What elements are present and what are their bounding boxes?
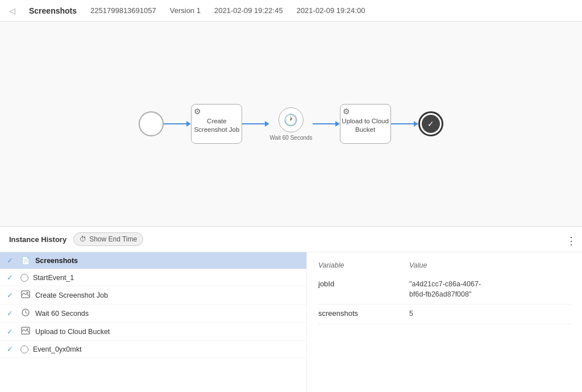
- workflow-end-time: 2021-02-09 19:24:00: [297, 6, 365, 15]
- panel-header: Instance History ⏱ Show End Time ⋮: [0, 227, 582, 252]
- variable-row: jobId"a4d21cc7-c86a-4067- bf6d-fb26ad87f…: [318, 275, 571, 305]
- panel-title: Instance History: [9, 235, 66, 244]
- timer-clock-icon: 🕐: [284, 113, 298, 127]
- instance-list-item[interactable]: ✓Event_0yx0mkt: [0, 341, 306, 358]
- instance-list-item[interactable]: ✓Upload to Cloud Bucket: [0, 323, 306, 341]
- variables-panel: Variable Value jobId"a4d21cc7-c86a-4067-…: [307, 252, 582, 392]
- variable-name: screenshots: [318, 309, 409, 319]
- row-label-text: StartEvent_1: [33, 274, 74, 282]
- row-check-icon: ✓: [7, 309, 16, 318]
- row-type-icon: [20, 327, 31, 336]
- variable-value: "a4d21cc7-c86a-4067- bf6d-fb26ad87f008": [409, 280, 571, 299]
- wait-timer-label: Wait 60 Seconds: [269, 135, 312, 141]
- show-end-time-label: Show End Time: [89, 235, 137, 243]
- row-type-icon: [20, 274, 28, 282]
- show-end-time-button[interactable]: ⏱ Show End Time: [73, 232, 143, 246]
- task-gear-icon: ⚙: [194, 107, 201, 116]
- clock-icon: ⏱: [80, 235, 86, 243]
- row-type-icon: [20, 308, 31, 318]
- panel-content: ✓📄Screenshots✓StartEvent_1✓Create Screen…: [0, 252, 582, 392]
- value-col-header: Value: [409, 261, 571, 269]
- svg-point-4: [27, 328, 28, 330]
- arrow-4: [391, 121, 418, 127]
- start-event-node: [139, 111, 164, 136]
- header: ◁ Screenshots 2251799813691057 Version 1…: [0, 0, 582, 22]
- row-check-icon: ✓: [7, 345, 16, 353]
- arrow-2: [242, 121, 269, 127]
- row-check-icon: ✓: [7, 273, 16, 282]
- row-label-text: Screenshots: [35, 257, 78, 265]
- variable-value: 5: [409, 309, 571, 319]
- end-event-node: ✓: [418, 111, 443, 136]
- svg-point-1: [27, 292, 28, 294]
- back-icon[interactable]: ◁: [9, 6, 15, 15]
- instance-list-item[interactable]: ✓Create Screenshot Job: [0, 286, 306, 305]
- arrow-3: [313, 121, 340, 127]
- workflow-id: 2251799813691057: [90, 6, 156, 15]
- row-check-icon: ✓: [7, 291, 16, 299]
- row-label-text: Create Screenshot Job: [35, 291, 108, 299]
- create-screenshot-label: CreateScreenshot Job: [194, 117, 239, 134]
- create-screenshot-node[interactable]: ⚙ CreateScreenshot Job: [191, 104, 242, 144]
- upload-gear-icon: ⚙: [343, 107, 350, 116]
- variable-name: jobId: [318, 280, 409, 299]
- workflow-start-time: 2021-02-09 19:22:45: [214, 6, 283, 15]
- variable-col-header: Variable: [318, 261, 409, 269]
- row-type-icon: [20, 345, 28, 353]
- workflow-version: Version 1: [170, 6, 201, 15]
- instance-list-item[interactable]: ✓StartEvent_1: [0, 269, 306, 286]
- row-check-icon: ✓: [7, 256, 16, 265]
- var-table-header: Variable Value: [318, 261, 571, 269]
- instance-list: ✓📄Screenshots✓StartEvent_1✓Create Screen…: [0, 252, 307, 392]
- diagram-canvas: ⚙ CreateScreenshot Job 🕐 Wait 60 Seconds…: [0, 22, 582, 226]
- end-check-icon: ✓: [427, 119, 434, 128]
- variable-row: screenshots5: [318, 305, 571, 324]
- row-type-icon: 📄: [20, 256, 31, 265]
- more-options-button[interactable]: ⋮: [560, 231, 582, 251]
- instance-list-item[interactable]: ✓Wait 60 Seconds: [0, 305, 306, 323]
- instance-list-item[interactable]: ✓📄Screenshots: [0, 252, 306, 269]
- workflow-title: Screenshots: [29, 6, 77, 15]
- row-label-text: Wait 60 Seconds: [35, 310, 89, 318]
- upload-node-label: Upload to CloudBucket: [342, 117, 388, 134]
- bottom-panel: Instance History ⏱ Show End Time ⋮ ✓📄Scr…: [0, 226, 582, 392]
- wait-node-container: 🕐 Wait 60 Seconds: [269, 107, 312, 141]
- row-type-icon: [20, 290, 31, 300]
- arrow-1: [164, 121, 191, 127]
- upload-node[interactable]: ⚙ Upload to CloudBucket: [340, 104, 391, 144]
- flow-container: ⚙ CreateScreenshot Job 🕐 Wait 60 Seconds…: [139, 104, 443, 144]
- wait-timer-node[interactable]: 🕐: [278, 107, 304, 132]
- row-check-icon: ✓: [7, 327, 16, 336]
- row-label-text: Upload to Cloud Bucket: [35, 328, 110, 336]
- variable-rows: jobId"a4d21cc7-c86a-4067- bf6d-fb26ad87f…: [318, 275, 571, 324]
- row-label-text: Event_0yx0mkt: [33, 345, 81, 353]
